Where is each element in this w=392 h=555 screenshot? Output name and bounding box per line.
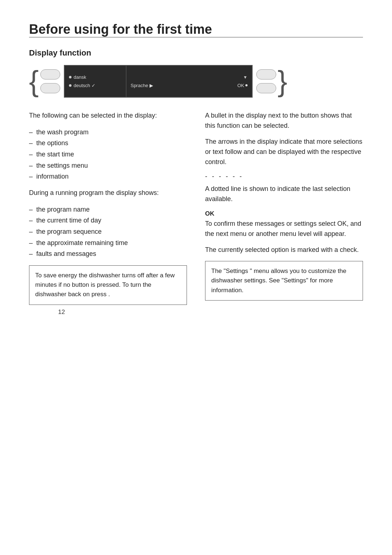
list-item-label: the program name: [36, 204, 90, 215]
list-item: – the program name: [29, 204, 187, 215]
list-item-label: the current time of day: [36, 215, 101, 226]
settings-info-box: The "Settings " menu allows you to custo…: [205, 261, 363, 301]
left-intro-text: The following can be selected in the dis…: [29, 111, 187, 121]
bullet-description: A bullet in the display next to the butt…: [205, 111, 363, 131]
settings-info-text: The "Settings " menu allows you to custo…: [211, 266, 357, 295]
display-middle-panel: ▼ Sprache ▶ OK: [126, 66, 252, 97]
display-text-dansk: dansk: [74, 74, 86, 80]
display-left-panel: dansk deutsch ✓: [65, 66, 126, 97]
display-bottom-row: Sprache ▶ OK: [131, 83, 248, 88]
bracket-right: }: [278, 67, 287, 96]
list-item: – the current time of day: [29, 215, 187, 226]
dotted-line: - - - - - -: [205, 173, 363, 180]
display-ok-text: OK: [237, 83, 244, 88]
list-item-label: the approximate remaining time: [36, 237, 128, 249]
left-button-bottom[interactable]: [40, 83, 60, 93]
list-item-label: the start time: [36, 149, 74, 160]
page-title: Before using for the first time: [29, 22, 363, 37]
list-item-label: information: [36, 171, 69, 182]
display-item-dansk: dansk: [69, 74, 122, 80]
energy-info-box: To save energy the dishwasher turns off …: [29, 265, 187, 305]
left-button-top[interactable]: [40, 69, 60, 79]
left-column: The following can be selected in the dis…: [29, 111, 187, 305]
list-item: – the program sequence: [29, 226, 187, 237]
side-buttons-right: [256, 69, 276, 93]
running-program-list: – the program name – the current time of…: [29, 204, 187, 260]
display-bullet-1: [69, 76, 72, 78]
list-item: – the wash program: [29, 127, 187, 138]
display-options-list: – the wash program – the options – the s…: [29, 127, 187, 182]
list-item-label: the settings menu: [36, 160, 88, 171]
display-text-deutsch: deutsch ✓: [74, 83, 95, 88]
bracket-left: {: [29, 67, 39, 96]
display-bullet-2: [69, 84, 72, 87]
title-divider: [29, 37, 363, 37]
energy-info-text: To save energy the dishwasher turns off …: [35, 271, 181, 299]
side-buttons-left: [40, 69, 60, 93]
display-mockup: { dansk deutsch ✓ ▼ Sprache ▶ OK: [29, 65, 363, 98]
list-item: – information: [29, 171, 187, 182]
list-item: – the approximate remaining time: [29, 237, 187, 249]
display-triangle: ▼: [243, 75, 248, 80]
display-top-row: ▼: [131, 75, 248, 80]
page-number: 12: [58, 309, 65, 316]
list-item-label: the program sequence: [36, 226, 102, 237]
right-button-top[interactable]: [256, 69, 276, 79]
list-item-label: the options: [36, 138, 68, 149]
check-description: The currently selected option is marked …: [205, 245, 363, 255]
list-item-label: the wash program: [36, 127, 89, 138]
right-button-bottom[interactable]: [256, 83, 276, 93]
section-heading: Display function: [29, 48, 363, 58]
two-column-layout: The following can be selected in the dis…: [29, 111, 363, 305]
dotted-line-description: A dotted line is shown to indicate the l…: [205, 184, 363, 204]
display-screen: dansk deutsch ✓ ▼ Sprache ▶ OK: [64, 65, 253, 98]
list-item: – the start time: [29, 149, 187, 160]
list-item: – the options: [29, 138, 187, 149]
right-column: A bullet in the display next to the butt…: [205, 111, 363, 305]
ok-dot: [245, 84, 248, 86]
ok-label: OK: [205, 210, 363, 217]
display-sprache-text: Sprache ▶: [131, 83, 153, 88]
list-item-label: faults and messages: [36, 248, 96, 260]
display-item-deutsch: deutsch ✓: [69, 83, 122, 88]
list-item: – the settings menu: [29, 160, 187, 171]
ok-description: To confirm these messages or settings se…: [205, 219, 363, 239]
list-item: – faults and messages: [29, 248, 187, 260]
arrows-description: The arrows in the display indicate that …: [205, 137, 363, 167]
display-ok: OK: [237, 83, 248, 88]
running-program-intro: During a running program the display sho…: [29, 188, 187, 198]
